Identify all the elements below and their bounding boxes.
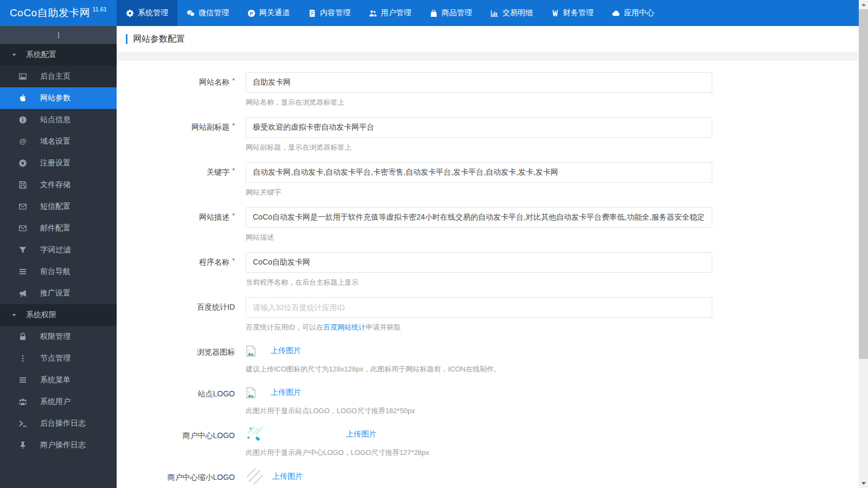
sidebar-item-backend-home[interactable]: 后台主页 bbox=[0, 66, 117, 87]
required-asterisk: * bbox=[232, 256, 235, 265]
nav-item-content[interactable]: 内容管理 bbox=[299, 0, 360, 26]
sidebar-item-domain-settings[interactable]: @域名设置 bbox=[0, 131, 117, 152]
program-name-input[interactable] bbox=[246, 252, 712, 273]
merchant-mini-logo-upload-link[interactable]: 上传图片 bbox=[272, 472, 303, 481]
sidebar-item-node-management[interactable]: 节点管理 bbox=[0, 348, 117, 369]
terminal-icon bbox=[17, 419, 28, 428]
broken-image-icon bbox=[246, 345, 256, 357]
caret-down-icon bbox=[11, 52, 17, 57]
site-description-input[interactable] bbox=[246, 207, 712, 228]
nav-item-label: 系统管理 bbox=[138, 8, 168, 18]
at-icon: @ bbox=[17, 137, 28, 146]
nav-item-system[interactable]: 系统管理 bbox=[117, 0, 177, 26]
sidebar-section-header-system-perms[interactable]: 系统权限 bbox=[0, 304, 117, 326]
baidu-tongji-link[interactable]: 百度网站统计 bbox=[323, 323, 366, 331]
pin-icon bbox=[17, 441, 28, 450]
nav-item-wechat[interactable]: 微信管理 bbox=[177, 0, 238, 26]
field-control-merchant-mini-logo: 上传图片此图片用于显示商户中心菜单栏缩小后LOGO，LOGO尺寸推荐64*64p… bbox=[246, 467, 859, 488]
sidebar-item-site-info[interactable]: 站点信息 bbox=[0, 109, 117, 131]
sidebar-item-label: 系统菜单 bbox=[40, 375, 71, 385]
wechat-icon bbox=[187, 9, 195, 17]
sidebar-item-label: 节点管理 bbox=[40, 354, 71, 363]
sidebar-item-label: 邮件配置 bbox=[40, 223, 71, 233]
caret-down-icon bbox=[11, 312, 17, 318]
sidebar-item-label: 短信配置 bbox=[40, 202, 71, 211]
nav-item-transactions[interactable]: 交易明细 bbox=[481, 0, 542, 26]
field-help-browser-icon: 建议上传ICO图标的尺寸为128x128px，此图标用于网站标题前，ICON在线… bbox=[246, 364, 859, 374]
apple-icon bbox=[17, 94, 28, 102]
menu-icon bbox=[17, 376, 28, 384]
site-name-input[interactable] bbox=[246, 72, 712, 93]
browser-icon-upload-link[interactable]: 上传图片 bbox=[271, 346, 301, 356]
sidebar-item-sms-config[interactable]: 短信配置 bbox=[0, 196, 117, 217]
form-row-keywords: 关键字*网站关键字 bbox=[117, 162, 859, 197]
scrollbar-thumb[interactable] bbox=[859, 9, 868, 359]
nav-item-gateway[interactable]: P网关通道 bbox=[238, 0, 299, 26]
nav-item-users[interactable]: 用户管理 bbox=[360, 0, 420, 26]
nav-item-label: 网关通道 bbox=[259, 8, 290, 18]
field-help-site-description: 网站描述 bbox=[246, 233, 859, 242]
sidebar-item-label: 后台主页 bbox=[40, 72, 71, 81]
nav-item-finance[interactable]: 财务管理 bbox=[542, 0, 603, 26]
field-label-site-logo: 站点LOGO bbox=[117, 384, 235, 416]
sidebar-item-site-params[interactable]: 网站参数 bbox=[0, 87, 117, 109]
gear-icon bbox=[126, 9, 134, 17]
sidebar-section-header-system-config[interactable]: 系统配置 bbox=[0, 44, 117, 66]
required-asterisk: * bbox=[232, 121, 235, 130]
sidebar-item-system-users[interactable]: 系统用户 bbox=[0, 391, 117, 413]
top-nav: 系统管理微信管理P网关通道内容管理用户管理商品管理交易明细财务管理应用中心 bbox=[117, 0, 663, 26]
sidebar-item-email-config[interactable]: 邮件配置 bbox=[0, 217, 117, 239]
nav-item-label: 内容管理 bbox=[320, 8, 350, 18]
sidebar-item-admin-op-log[interactable]: 后台操作日志 bbox=[0, 413, 117, 434]
sidebar-item-word-filter[interactable]: 字词过滤 bbox=[0, 239, 117, 261]
dots-icon bbox=[17, 354, 28, 363]
settings-form: 网站名称*网站名称，显示在浏览器标签上网站副标题*网站副标题，显示在浏览器标签上… bbox=[117, 72, 859, 488]
megaphone-icon bbox=[17, 289, 28, 298]
required-asterisk: * bbox=[232, 166, 235, 175]
nav-item-goods[interactable]: 商品管理 bbox=[420, 0, 481, 26]
field-label-site-name: 网站名称* bbox=[117, 72, 235, 107]
brand-version: 11.61 bbox=[92, 6, 107, 12]
sidebar-item-label: 推广设置 bbox=[40, 288, 71, 298]
sidebar-item-system-menu[interactable]: 系统菜单 bbox=[0, 369, 117, 391]
field-control-program-name: 当前程序名称，在后台主标题上显示 bbox=[246, 252, 859, 287]
sidebar-item-label: 商户操作日志 bbox=[40, 440, 86, 450]
group-icon bbox=[17, 397, 28, 406]
sidebar-item-perm-management[interactable]: 权限管理 bbox=[0, 326, 117, 348]
sidebar-item-front-nav[interactable]: 前台导航 bbox=[0, 261, 117, 282]
sidebar-item-label: 网站参数 bbox=[40, 93, 71, 103]
site-subtitle-input[interactable] bbox=[246, 117, 712, 138]
sidebar-item-file-storage[interactable]: 文件存储 bbox=[0, 174, 117, 196]
sidebar-collapse-toggle[interactable] bbox=[0, 26, 117, 44]
merchant-logo-upload-link[interactable]: 上传图片 bbox=[346, 429, 376, 439]
sidebar-item-register-settings[interactable]: 注册设置 bbox=[0, 152, 117, 174]
field-control-site-logo: 上传图片此图片用于显示站点LOGO，LOGO尺寸推荐182*50px bbox=[246, 384, 859, 416]
dashboard-icon bbox=[17, 72, 28, 81]
scrollbar bbox=[859, 0, 868, 488]
scroll-up-icon bbox=[861, 3, 866, 6]
required-asterisk: * bbox=[232, 211, 235, 220]
lock-icon bbox=[17, 332, 28, 341]
scrollbar-down-button[interactable] bbox=[859, 479, 868, 488]
gear-icon bbox=[17, 159, 28, 168]
field-label-site-description: 网站描述* bbox=[117, 207, 235, 242]
field-help-baidu-stat-id: 百度统计应用ID，可以在百度网站统计申请并获取 bbox=[246, 323, 859, 332]
sidebar-item-label: 权限管理 bbox=[40, 332, 71, 342]
baidu-stat-id-input[interactable] bbox=[246, 297, 712, 318]
brand-logo[interactable]: CoCo自助发卡网 11.61 bbox=[0, 0, 117, 26]
scrollbar-up-button[interactable] bbox=[859, 0, 868, 9]
save-icon bbox=[17, 181, 28, 189]
site-logo-upload-link[interactable]: 上传图片 bbox=[271, 388, 301, 397]
field-label-program-name: 程序名称* bbox=[117, 252, 235, 287]
sidebar-item-promotion-settings[interactable]: 推广设置 bbox=[0, 282, 117, 304]
keywords-input[interactable] bbox=[246, 162, 712, 183]
nav-item-label: 商品管理 bbox=[442, 8, 472, 18]
page-title: 网站参数配置 bbox=[126, 34, 185, 45]
sidebar-item-label: 后台操作日志 bbox=[40, 419, 86, 428]
nav-item-app-center[interactable]: 应用中心 bbox=[603, 0, 663, 26]
title-accent-bar bbox=[126, 34, 127, 44]
filter-icon bbox=[17, 246, 28, 254]
field-help-site-subtitle: 网站副标题，显示在浏览器标签上 bbox=[246, 143, 859, 152]
svg-text:@: @ bbox=[19, 137, 27, 145]
sidebar-item-merchant-op-log[interactable]: 商户操作日志 bbox=[0, 434, 117, 456]
